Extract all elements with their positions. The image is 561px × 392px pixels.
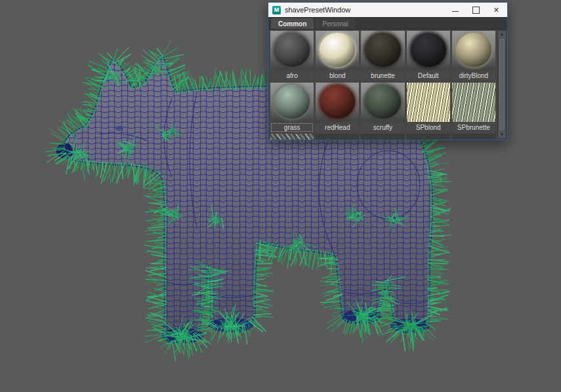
preset-thumbnail-scruffy[interactable]	[361, 83, 404, 122]
preset-label-SPbrunette: SPbrunette	[452, 123, 495, 132]
preset-label-dirtyBlond: dirtyBlond	[452, 71, 495, 81]
preset-cell-grass[interactable]: grass	[270, 83, 314, 132]
preset-cell-SPbrunette[interactable]: SPbrunette	[452, 83, 495, 132]
preset-swatch-grass	[274, 85, 310, 119]
preset-label-redHead: redHead	[316, 123, 359, 132]
next-row-partial	[270, 134, 495, 140]
preset-swatch-brunette	[365, 33, 400, 67]
preset-thumbnail-afro[interactable]	[270, 31, 314, 70]
preset-cell-blond[interactable]: blond	[316, 31, 359, 81]
preset-cell-dirtyBlond[interactable]: dirtyBlond	[452, 31, 495, 81]
preset-thumbnail-SPblond[interactable]	[407, 83, 450, 122]
preset-thumbnail-brunette[interactable]	[361, 31, 404, 70]
preset-thumbnail-Default[interactable]	[407, 31, 450, 70]
preset-label-Default: Default	[407, 71, 450, 81]
preset-cell-Default[interactable]: Default	[407, 31, 450, 81]
preset-cell-redHead[interactable]: redHead	[316, 83, 359, 132]
preset-label-afro: afro	[270, 71, 314, 81]
vertical-scrollbar[interactable]: ▲ ▼	[497, 30, 507, 139]
window-controls: ✕	[452, 7, 502, 14]
scroll-down-icon[interactable]: ▼	[498, 131, 506, 138]
partial-thumbnail[interactable]	[270, 134, 314, 140]
preset-label-grass: grass	[270, 123, 314, 132]
shave-preset-window: M shavePresetWindow ✕ Common Personal af…	[268, 2, 508, 140]
preset-label-SPblond: SPblond	[407, 123, 450, 132]
preset-swatch-scruffy	[365, 85, 400, 119]
preset-label-blond: blond	[316, 71, 359, 81]
preset-swatch-SPblond	[407, 83, 450, 122]
preset-thumbnail-SPbrunette[interactable]	[452, 83, 495, 122]
preset-thumbnail-dirtyBlond[interactable]	[452, 31, 495, 70]
preset-swatch-blond	[320, 33, 355, 67]
tab-personal[interactable]: Personal	[315, 18, 355, 29]
preset-cell-brunette[interactable]: brunette	[361, 31, 404, 81]
scroll-up-icon[interactable]: ▲	[498, 31, 506, 38]
preset-swatch-SPbrunette	[452, 83, 495, 122]
maximize-icon[interactable]	[472, 7, 480, 14]
window-titlebar[interactable]: M shavePresetWindow ✕	[268, 3, 507, 17]
maya-logo-icon: M	[272, 6, 281, 14]
preset-label-scruffy: scruffy	[361, 123, 404, 132]
preset-label-brunette: brunette	[361, 71, 404, 81]
preset-thumbnail-redHead[interactable]	[316, 83, 359, 122]
preset-swatch-Default	[411, 33, 446, 67]
preset-thumbnail-blond[interactable]	[316, 31, 359, 70]
preset-swatch-afro	[274, 33, 310, 67]
dog-eye	[115, 126, 123, 131]
scrollbar-thumb[interactable]	[499, 39, 505, 130]
preset-tabbar: Common Personal	[268, 17, 507, 29]
dog-nose	[56, 144, 73, 158]
preset-thumbnail-grass[interactable]	[270, 83, 314, 122]
minimize-icon[interactable]	[452, 11, 459, 12]
window-title: shavePresetWindow	[285, 6, 350, 14]
preset-cell-afro[interactable]: afro	[270, 31, 314, 81]
tab-common[interactable]: Common	[271, 18, 314, 29]
preset-content: afroblondbrunetteDefaultdirtyBlondgrassr…	[268, 29, 507, 140]
preset-swatch-redHead	[320, 85, 355, 119]
preset-swatch-dirtyBlond	[456, 33, 491, 67]
close-icon[interactable]: ✕	[493, 7, 499, 14]
preset-cell-SPblond[interactable]: SPblond	[407, 83, 450, 132]
preset-grid: afroblondbrunetteDefaultdirtyBlondgrassr…	[270, 31, 495, 132]
preset-cell-scruffy[interactable]: scruffy	[361, 83, 404, 132]
